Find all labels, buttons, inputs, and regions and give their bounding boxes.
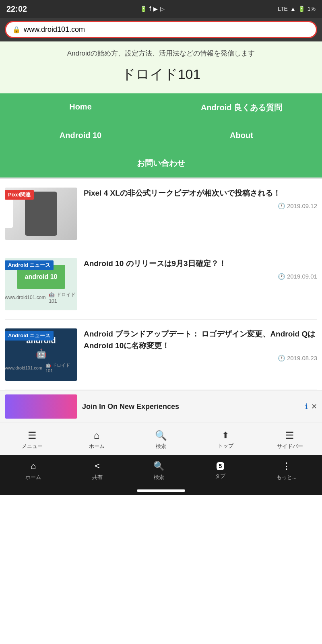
sys-more-label: もっと... [277,474,297,481]
article-content-3: Android ブランドアップデート： ロゴデザイン変更、Android QはA… [84,328,317,362]
sys-share-label: 共有 [92,474,103,481]
top-icon: ⬆ [222,430,229,441]
battery-icon: 🔋 [298,6,305,12]
article-thumbnail-3: Android ニュース android 🤖 www.droid101.com … [5,328,77,381]
bottom-nav-search[interactable]: 🔍 検索 [129,426,193,453]
youtube-icon: ▶ [153,6,158,12]
clock-icon: 🕐 [278,202,285,209]
battery-level: 1% [308,6,316,12]
url-input-box[interactable]: 🔒 www.droid101.com [5,21,317,38]
nav-bar: Home Android 良くある質問 Android 10 About お問い… [0,93,322,178]
system-nav: ⌂ ホーム < 共有 🔍 検索 5 タブ ⋮ もっと... [0,455,322,487]
search-label: 検索 [156,443,166,450]
nav-item-contact[interactable]: お問い合わせ [0,149,322,178]
play-icon: ▷ [160,6,165,12]
ad-text: Join In On New Experiences [82,402,300,411]
thumb-brand-label: 🤖 ドロイド101 [45,362,77,373]
site-title: ドロイド101 [10,65,312,84]
article-title-1: Pixel 4 XLの非公式リークビデオが相次いで投稿される！ [84,188,317,199]
status-right: LTE ▲ 🔋 1% [278,6,316,12]
sys-nav-tabs[interactable]: 5 タブ [215,462,225,480]
thumb-url: www.droid101.com [5,295,45,300]
signal-icon: ▲ [290,6,296,12]
sys-share-icon: < [95,461,100,471]
ad-controls: ℹ ✕ [305,402,317,411]
sys-tabs-label: タブ [215,473,225,480]
ad-info-icon[interactable]: ℹ [305,402,308,411]
status-bar: 22:02 🔋 f ▶ ▷ LTE ▲ 🔋 1% [0,0,322,18]
sys-tabs-badge: 5 [217,462,225,470]
sidebar-icon: ☰ [285,430,294,441]
home-label: ホーム [89,443,105,450]
site-header: Androidの始め方、設定方法、活用法などの情報を発信します ドロイド101 [0,41,322,93]
url-bar: 🔒 www.droid101.com [0,18,322,41]
ad-bar: Join In On New Experiences ℹ ✕ [0,390,322,423]
home-indicator-wrap [0,487,322,495]
nav-grid: Home Android 良くある質問 Android 10 About お問い… [0,93,322,178]
sys-nav-home[interactable]: ⌂ ホーム [25,461,41,481]
bottom-nav-home[interactable]: ⌂ ホーム [64,426,129,453]
sys-nav-more[interactable]: ⋮ もっと... [277,461,297,481]
clock-icon-2: 🕐 [278,273,285,280]
article-thumbnail-2: Android ニュース android 10 www.droid101.com… [5,258,77,310]
url-text: www.droid101.com [24,25,85,34]
home-icon: ⌂ [94,430,100,441]
thumb-robot-icon: 🤖 [36,349,47,359]
bottom-nav-menu[interactable]: ☰ メニュー [0,426,64,453]
article-thumbnail-1: Pixel関連 [5,188,77,240]
menu-label: メニュー [22,443,43,450]
nav-item-faq[interactable]: Android 良くある質問 [161,93,322,122]
sys-search-icon: 🔍 [153,461,164,471]
article-tag-1: Pixel関連 [5,190,34,200]
ad-thumbnail [5,394,77,419]
article-title-3: Android ブランドアップデート： ロゴデザイン変更、Android QはA… [84,328,317,351]
nav-item-home[interactable]: Home [0,93,161,122]
thumb-logo: 🤖 ドロイド101 [49,291,77,304]
sys-search-label: 検索 [154,474,164,481]
nav-item-about[interactable]: About [161,122,322,149]
ad-close-icon[interactable]: ✕ [311,402,317,411]
article-tag-3: Android ニュース [5,331,54,341]
status-icons: 🔋 f ▶ ▷ [140,5,165,12]
top-label: トップ [218,442,233,450]
clock-icon-3: 🕐 [278,355,285,361]
home-indicator [137,489,185,492]
notification-icon: 🔋 [140,6,147,12]
sys-nav-share[interactable]: < 共有 [92,461,103,481]
sys-more-icon: ⋮ [282,461,291,471]
facebook-icon: f [149,5,151,12]
status-time: 22:02 [6,4,27,14]
sys-nav-search[interactable]: 🔍 検索 [153,461,164,481]
bottom-nav: ☰ メニュー ⌂ ホーム 🔍 検索 ⬆ トップ ☰ サイドバー [0,423,322,455]
article-list: Pixel関連 Pixel 4 XLの非公式リークビデオが相次いで投稿される！ … [0,179,322,390]
bottom-nav-sidebar[interactable]: ☰ サイドバー [258,426,322,453]
nav-item-android10[interactable]: Android 10 [0,122,161,149]
article-item-3[interactable]: Android ニュース android 🤖 www.droid101.com … [5,320,317,390]
lte-label: LTE [278,6,288,12]
thumb-brand-url: www.droid101.com [5,365,42,370]
lock-icon: 🔒 [12,26,21,33]
article-title-2: Android 10 のリリースは9月3日確定？！ [84,258,317,270]
article-content-2: Android 10 のリリースは9月3日確定？！ 🕐 2019.09.01 [84,258,317,280]
sidebar-label: サイドバー [277,443,303,450]
article-tag-2: Android ニュース [5,260,54,270]
menu-icon: ☰ [28,430,37,441]
article-content-1: Pixel 4 XLの非公式リークビデオが相次いで投稿される！ 🕐 2019.0… [84,188,317,210]
sys-home-label: ホーム [25,474,41,481]
article-date-1: 🕐 2019.09.12 [84,202,317,210]
article-item[interactable]: Pixel関連 Pixel 4 XLの非公式リークビデオが相次いで投稿される！ … [5,179,317,249]
site-tagline: Androidの始め方、設定方法、活用法などの情報を発信します [10,49,312,58]
article-date-3: 🕐 2019.08.23 [84,355,317,362]
search-icon: 🔍 [155,430,167,441]
sys-home-icon: ⌂ [31,461,36,471]
article-date-2: 🕐 2019.09.01 [84,273,317,280]
bottom-nav-top[interactable]: ⬆ トップ [193,426,258,453]
article-item-2[interactable]: Android ニュース android 10 www.droid101.com… [5,249,317,320]
